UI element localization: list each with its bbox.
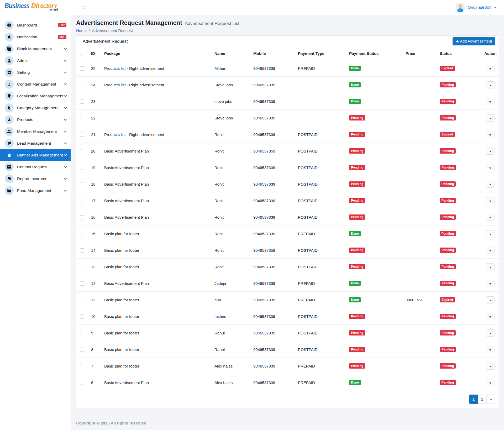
payment-status-badge: Pending [349, 115, 365, 120]
row-checkbox[interactable] [80, 66, 84, 71]
sidebar: Business Directory script DashboardHotNo… [0, 0, 71, 430]
cell-id: 22 [89, 110, 102, 126]
caret-down-icon [489, 267, 491, 268]
row-checkbox[interactable] [80, 199, 84, 203]
table-row: 23steve jobs9046537339DonePending [76, 93, 499, 110]
pagination-page-2[interactable]: 2 [478, 395, 487, 404]
cell-name: Alex hales [212, 374, 251, 391]
row-checkbox[interactable] [80, 232, 84, 236]
cell-payment-status: Pending [347, 308, 403, 325]
sidebar-item-setting[interactable]: Setting [0, 66, 71, 78]
caret-down-icon [489, 316, 491, 318]
avatar [455, 3, 465, 12]
row-action-button[interactable] [486, 313, 495, 320]
row-checkbox[interactable] [80, 149, 84, 153]
sidebar-item-localization-management[interactable]: Localization Management [0, 90, 71, 102]
row-checkbox[interactable] [80, 364, 84, 368]
row-action-button[interactable] [486, 363, 495, 370]
cell-name: Rohit [212, 126, 251, 143]
row-checkbox[interactable] [80, 331, 84, 335]
row-action-button[interactable] [486, 181, 495, 188]
row-checkbox[interactable] [80, 182, 84, 186]
sidebar-item-lead-management[interactable]: Lead Management [0, 137, 71, 149]
caret-down-icon [489, 366, 491, 367]
sidebar-item-dashboard[interactable]: DashboardHot [0, 19, 71, 31]
cell-name: Rohit [212, 143, 251, 159]
sidebar-item-content-management[interactable]: Content Management [0, 78, 71, 90]
pagination-next[interactable]: » [486, 395, 495, 404]
cell-id: 14 [89, 242, 102, 259]
sidebar-item-report-incorrect[interactable]: Report Incorrect [0, 173, 71, 185]
row-checkbox[interactable] [80, 215, 84, 219]
row-checkbox[interactable] [80, 348, 84, 352]
row-checkbox[interactable] [80, 314, 84, 319]
fullscreen-toggle-icon[interactable] [80, 4, 87, 11]
row-checkbox[interactable] [80, 381, 84, 385]
cell-name: anu [212, 292, 251, 308]
row-action-button[interactable] [486, 379, 495, 386]
table-row: 25Products list - Right advertisementMit… [76, 60, 499, 77]
caret-down-icon [489, 167, 491, 169]
cell-price [403, 176, 438, 192]
row-action-button[interactable] [486, 114, 495, 122]
row-action-button[interactable] [486, 263, 495, 270]
row-action-button[interactable] [486, 214, 495, 221]
sidebar-item-banner-ads-management[interactable]: Banner Ads Management [0, 149, 71, 161]
cell-mobile: 9046537339 [251, 292, 296, 308]
row-action-button[interactable] [486, 230, 495, 237]
status-badge: Pending [440, 347, 456, 352]
cell-status: Pending [438, 93, 482, 110]
chevron-down-icon [494, 7, 497, 8]
payment-status-badge: Done [349, 66, 361, 71]
sidebar-item-block-management[interactable]: Block Management [0, 43, 71, 55]
row-checkbox[interactable] [80, 265, 84, 269]
sidebar-item-category-management[interactable]: Category Management [0, 102, 71, 114]
gear-icon [5, 68, 14, 77]
status-badge: Pending [440, 363, 456, 369]
sidebar-item-products[interactable]: Products [0, 114, 71, 125]
row-action-button[interactable] [486, 131, 495, 138]
sidebar-item-contact-request[interactable]: Contact Request [0, 161, 71, 173]
row-action-button[interactable] [486, 98, 495, 105]
payment-status-badge: Done [349, 380, 361, 385]
sidebar-item-fund-management[interactable]: Fund Management [0, 185, 71, 196]
sidebar-item-admin[interactable]: Admin [0, 55, 71, 66]
cell-payment-type: POSTPAID [296, 242, 347, 259]
row-checkbox[interactable] [80, 116, 84, 120]
row-action-button[interactable] [486, 247, 495, 254]
user-menu[interactable]: OriginateSoft [455, 3, 497, 12]
cell-payment-type: PREPAID [296, 292, 347, 308]
row-action-button[interactable] [486, 280, 495, 287]
add-advertisement-button[interactable]: + Add Advertisement [453, 37, 495, 45]
row-action-button[interactable] [486, 197, 495, 204]
row-checkbox[interactable] [80, 281, 84, 286]
row-checkbox[interactable] [80, 99, 84, 104]
cell-mobile: 9046537339 [251, 176, 296, 192]
row-action-button[interactable] [486, 81, 495, 88]
row-action-button[interactable] [486, 148, 495, 155]
row-action-button[interactable] [486, 346, 495, 353]
row-checkbox[interactable] [80, 166, 84, 170]
sidebar-item-notification[interactable]: Notification254 [0, 31, 71, 43]
status-badge: Pending [440, 314, 456, 319]
breadcrumb-home-link[interactable]: Home [76, 28, 87, 33]
cell-id: 7 [89, 358, 102, 374]
row-checkbox[interactable] [80, 298, 84, 302]
row-action-button[interactable] [486, 329, 495, 337]
row-checkbox[interactable] [80, 83, 84, 87]
row-action-button[interactable] [486, 296, 495, 303]
row-checkbox[interactable] [80, 133, 84, 137]
status-badge: Pending [440, 281, 456, 286]
cell-package: Basic plan for footer [102, 308, 212, 325]
row-action-button[interactable] [486, 65, 495, 72]
sidebar-item-member-management[interactable]: Member Management [0, 125, 71, 137]
cell-payment-status: Pending [347, 209, 403, 226]
copyright-text: Copyright © 2025 All rights reserved. [76, 421, 148, 426]
select-all-checkbox[interactable] [80, 52, 84, 56]
cell-name: steve jobs [212, 93, 251, 110]
row-action-button[interactable] [486, 164, 495, 171]
cell-package [102, 93, 212, 110]
cell-price: 8000 INR [403, 292, 438, 308]
row-checkbox[interactable] [80, 248, 84, 253]
pagination-page-1[interactable]: 1 [469, 395, 478, 404]
